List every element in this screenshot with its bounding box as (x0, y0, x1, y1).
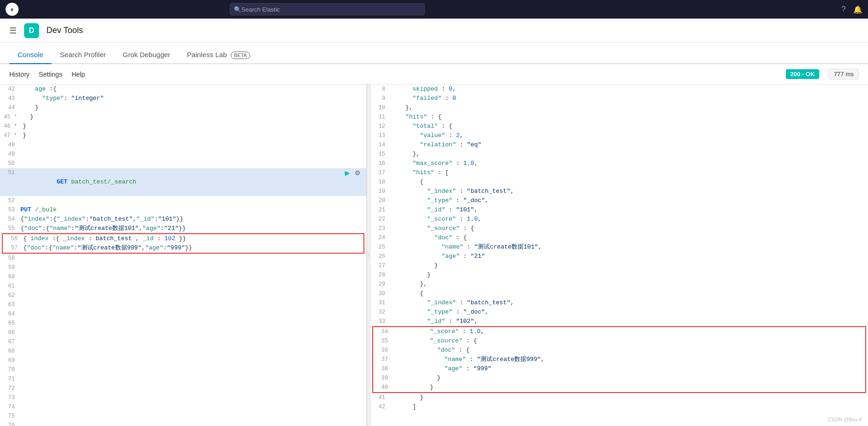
line-61: 61 (0, 282, 366, 291)
tab-grok-debugger[interactable]: Grok Debugger (114, 46, 179, 64)
resp-line-38: 38 "age" : "999" (373, 364, 865, 374)
resp-line-19: 19 "_index" : "batch_test", (370, 187, 868, 196)
resp-line-35: 35 "_source" : { (373, 336, 865, 346)
line-42: 42 age :{ (0, 85, 366, 94)
tab-console[interactable]: Console (9, 46, 52, 64)
line-48: 48 (0, 140, 366, 150)
line-53: 53 PUT /_bulk (0, 205, 366, 215)
history-button[interactable]: History (9, 71, 30, 78)
resp-line-23: 23 "_source" : { (370, 224, 868, 233)
resp-line-27: 27 } (370, 261, 868, 270)
line-52: 52 (0, 196, 366, 205)
line-58: 58 (0, 254, 366, 263)
line-65: 65 (0, 319, 366, 328)
search-placeholder: Search Elastic (241, 6, 280, 13)
tab-bar: Console Search Profiler Grok Debugger Pa… (0, 43, 868, 64)
query-settings-button[interactable]: ⚙ (353, 168, 363, 177)
beta-badge: BETA (231, 52, 250, 59)
help-icon[interactable]: ? (842, 5, 846, 14)
line-72: 72 (0, 384, 366, 393)
response-red-box: 34 "_score" : 1.0, 35 "_source" : { 36 "… (372, 326, 866, 393)
top-search-bar[interactable]: 🔍 Search Elastic (230, 3, 425, 15)
app-title: Dev Tools (46, 26, 83, 35)
resp-line-28: 28 } (370, 270, 868, 280)
search-icon: 🔍 (234, 6, 241, 13)
line-45: 45 * } (0, 112, 366, 122)
line-69: 69 (0, 356, 366, 365)
run-button[interactable]: ▶ (343, 168, 352, 177)
tab-painless-lab[interactable]: Painless Lab BETA (179, 46, 259, 64)
resp-line-29: 29 }, (370, 280, 868, 289)
line-70: 70 (0, 365, 366, 374)
line-49: 49 (0, 150, 366, 159)
resp-line-26: 26 "age" : "21" (370, 252, 868, 261)
line-46: 46 * } (0, 122, 366, 131)
resp-line-31: 31 "_index" : "batch_test", (370, 298, 868, 308)
resp-line-14: 14 "relation" : "eq" (370, 140, 868, 150)
line-44: 44 } (0, 103, 366, 112)
line-75: 75 (0, 412, 366, 421)
resp-line-12: 12 "total" : { (370, 122, 868, 131)
top-bar: e 🔍 Search Elastic ? 🔔 (0, 0, 868, 19)
line-76: 76 (0, 421, 366, 426)
line-74: 74 (0, 402, 366, 412)
top-icons: ? 🔔 (842, 5, 862, 14)
line-63: 63 (0, 300, 366, 309)
line-55: 55 {"doc":{"name":"测试create数据101","age":… (0, 224, 366, 233)
response-code-area[interactable]: 8 skipped : 0, 9 "failed" : 0 10 }, 11 "… (370, 85, 868, 426)
resp-line-41: 41 } (370, 393, 868, 402)
resp-line-42: 42 ] (370, 402, 868, 412)
resp-line-39: 39 } (373, 374, 865, 383)
line-73: 73 (0, 393, 366, 402)
resp-line-20: 20 "_type" : "_doc", (370, 196, 868, 205)
elastic-logo: e (6, 3, 19, 16)
resp-line-21: 21 "_id" : "101", (370, 205, 868, 215)
resp-line-18: 18 { (370, 177, 868, 187)
app-avatar: D (24, 23, 39, 38)
editor-red-box: 56 { index :{ _index : batch_test , _id … (2, 233, 364, 254)
line-59: 59 (0, 263, 366, 272)
menu-icon[interactable]: ☰ (9, 26, 17, 36)
settings-button[interactable]: Settings (39, 71, 63, 78)
help-button[interactable]: Help (71, 71, 85, 78)
resp-line-13: 13 "value" : 2, (370, 131, 868, 140)
line-62: 62 (0, 291, 366, 300)
resize-handle[interactable]: ⋮ (367, 85, 370, 426)
line-60: 60 (0, 272, 366, 282)
line-64: 64 (0, 309, 366, 319)
resp-line-34: 34 "_score" : 1.0, (373, 327, 865, 336)
resp-line-40: 40 } (373, 383, 865, 392)
resp-line-25: 25 "name" : "测试create数据101", (370, 242, 868, 252)
resp-line-8: 8 skipped : 0, (370, 85, 868, 94)
elastic-logo-icon[interactable]: e (6, 3, 19, 16)
line-actions: ▶ ⚙ (343, 168, 363, 177)
watermark: CSDN @Boy-F (828, 417, 862, 422)
line-56: 56 { index :{ _index : batch_test , _id … (3, 234, 363, 243)
response-panel: 8 skipped : 0, 9 "failed" : 0 10 }, 11 "… (370, 85, 868, 426)
resp-line-9: 9 "failed" : 0 (370, 94, 868, 103)
resp-line-22: 22 "_score" : 1.0, (370, 215, 868, 224)
status-badge: 200 - OK (786, 69, 820, 79)
notification-icon[interactable]: 🔔 (853, 5, 862, 14)
line-68: 68 (0, 347, 366, 356)
line-47: 47 * } (0, 131, 366, 140)
line-66: 66 (0, 328, 366, 337)
resp-line-11: 11 "hits" : { (370, 112, 868, 122)
editor-panel: 42 age :{ 43 "type": "integer" 44 } 45 *… (0, 85, 367, 426)
time-badge: 777 ms (829, 69, 859, 79)
resp-line-10: 10 }, (370, 103, 868, 112)
resp-line-33: 33 "_id" : "102", (370, 317, 868, 326)
line-51: 51 GET batch_test/_search ▶ ⚙ (0, 168, 366, 196)
resp-line-32: 32 "_type" : "_doc", (370, 308, 868, 317)
resp-line-15: 15 }, (370, 150, 868, 159)
line-57: 57 {"doc":{"name":"测试create数据999","age":… (3, 243, 363, 253)
editor-code-area[interactable]: 42 age :{ 43 "type": "integer" 44 } 45 *… (0, 85, 366, 426)
line-71: 71 (0, 374, 366, 384)
line-54: 54 {"index":{"_index":"batch_test","_id"… (0, 215, 366, 224)
app-header: ☰ D Dev Tools (0, 19, 868, 43)
tab-search-profiler[interactable]: Search Profiler (52, 46, 114, 64)
main-content: 42 age :{ 43 "type": "integer" 44 } 45 *… (0, 85, 868, 426)
line-67: 67 (0, 337, 366, 347)
resp-line-24: 24 "doc" : { (370, 233, 868, 242)
line-50: 50 (0, 159, 366, 168)
